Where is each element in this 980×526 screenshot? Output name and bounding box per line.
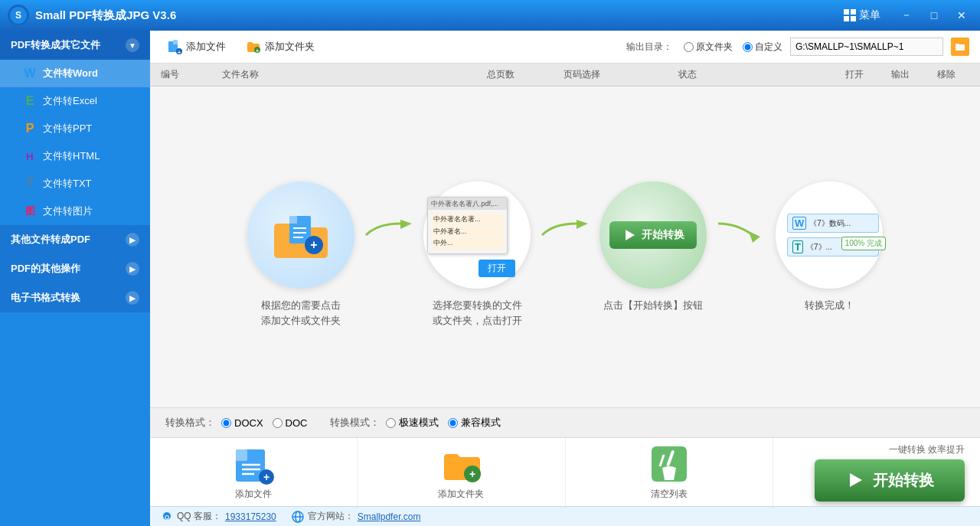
qq-number[interactable]: 1933175230	[225, 511, 276, 522]
sidebar-section-other-to-pdf[interactable]: 其他文件转成PDF ▶	[0, 225, 150, 254]
sidebar-item-ppt-label: 文件转PPT	[43, 122, 92, 136]
step3-label: 点击【开始转换】按钮	[603, 298, 703, 313]
contact-bar: Q QQ 客服： 1933175230 官方网站： Smallpdfer.com	[150, 506, 980, 526]
quick-add-file-button[interactable]: + 添加文件	[150, 438, 358, 506]
sidebar-section-ebook[interactable]: 电子书格式转换 ▶	[0, 283, 150, 312]
radio-compat[interactable]	[448, 418, 458, 428]
quick-add-file-label: 添加文件	[235, 488, 272, 501]
sidebar-item-html-label: 文件转HTML	[43, 149, 100, 163]
start-convert-tutorial-button[interactable]: 开始转换	[609, 221, 697, 249]
add-folder-icon: +	[246, 39, 261, 54]
col-output: 输出	[877, 68, 923, 81]
quick-clear-list-button[interactable]: 清空列表	[566, 438, 773, 506]
main-tutorial-area: + 根据您的需要点击 添加文件或文件夹	[150, 87, 980, 407]
title-bar: S Small PDF转换成JPG V3.6 菜单 － □ ✕	[0, 0, 980, 31]
main-layout: PDF转换成其它文件 ▼ W 文件转Word E 文件转Excel P 文件转P…	[0, 31, 980, 526]
sidebar: PDF转换成其它文件 ▼ W 文件转Word E 文件转Excel P 文件转P…	[0, 31, 150, 526]
col-remove: 移除	[923, 68, 969, 81]
sidebar-item-excel-label: 文件转Excel	[43, 94, 97, 108]
sidebar-item-ppt[interactable]: P 文件转PPT	[0, 115, 150, 142]
svg-rect-10	[289, 216, 297, 224]
format-mode-group: 转换模式： 极速模式 兼容模式	[330, 416, 501, 430]
menu-button[interactable]: 菜单	[844, 8, 880, 22]
website-link[interactable]: Smallpdfer.com	[358, 511, 421, 522]
svg-text:Q: Q	[165, 514, 169, 521]
radio-docx[interactable]	[221, 418, 231, 428]
chevron-right-icon: ▶	[126, 233, 139, 247]
col-page-sel: 页码选择	[564, 68, 678, 81]
col-status: 状态	[678, 68, 831, 81]
step2-label: 选择您要转换的文件 或文件夹，点击打开	[433, 298, 522, 328]
sidebar-section3-label: PDF的其他操作	[11, 262, 80, 276]
sidebar-section-pdf-convert[interactable]: PDF转换成其它文件 ▼	[0, 31, 150, 60]
svg-text:S: S	[15, 10, 21, 21]
radio-original-label[interactable]: 原文件夹	[684, 41, 733, 54]
start-convert-label: 开始转换	[873, 470, 934, 491]
format-label: 转换格式：	[165, 416, 215, 430]
svg-text:+: +	[469, 468, 475, 480]
col-pages: 总页数	[487, 68, 564, 81]
minimize-button[interactable]: －	[896, 6, 917, 25]
svg-rect-21	[236, 449, 247, 461]
format-docx-radio[interactable]: DOCX	[221, 417, 263, 429]
radio-original[interactable]	[684, 42, 694, 52]
radio-custom[interactable]	[743, 42, 753, 52]
sidebar-item-txt[interactable]: T 文件转TXT	[0, 170, 150, 198]
open-dialog-button[interactable]: 打开	[479, 260, 515, 277]
close-button[interactable]: ✕	[951, 6, 972, 25]
step2-circle: 中外著名名著八.pdf,... 中外著名名著... 中外著名... 中外... …	[423, 181, 531, 289]
txt-icon: T	[23, 177, 37, 191]
radio-doc[interactable]	[273, 418, 283, 428]
radio-fast[interactable]	[386, 418, 396, 428]
add-folder-button[interactable]: + 添加文件夹	[240, 37, 321, 57]
mode-fast-radio[interactable]: 极速模式	[386, 416, 439, 430]
mode-compat-radio[interactable]: 兼容模式	[448, 416, 501, 430]
svg-marker-19	[749, 231, 760, 243]
quick-add-folder-icon: +	[440, 443, 482, 485]
browse-folder-button[interactable]	[951, 38, 969, 56]
sidebar-item-excel[interactable]: E 文件转Excel	[0, 87, 150, 115]
app-logo: S	[8, 5, 29, 26]
efficiency-label: 一键转换 效率提升	[889, 443, 965, 456]
tutorial-step-3: 开始转换 点击【开始转换】按钮	[592, 181, 714, 313]
sidebar-item-word-label: 文件转Word	[43, 67, 98, 80]
svg-marker-32	[850, 473, 862, 487]
arrow-3	[714, 181, 768, 250]
ppt-icon: P	[23, 122, 37, 136]
maximize-button[interactable]: □	[923, 6, 945, 25]
tutorial-step-1: + 根据您的需要点击 添加文件或文件夹	[240, 181, 362, 328]
toolbar: + 添加文件 + 添加文件夹 输出目录：	[150, 31, 980, 64]
step3-circle: 开始转换	[599, 181, 707, 289]
table-header: 编号 文件名称 总页数 页码选择 状态 打开 输出 移除	[150, 64, 980, 87]
output-path-input[interactable]	[790, 38, 943, 56]
sidebar-item-word[interactable]: W 文件转Word	[0, 60, 150, 87]
menu-label: 菜单	[859, 8, 880, 22]
svg-marker-18	[626, 230, 635, 240]
website-contact: 官方网站： Smallpdfer.com	[292, 510, 421, 523]
chevron-right-icon3: ▶	[126, 291, 139, 305]
start-convert-button[interactable]: 开始转换	[815, 459, 965, 501]
add-folder-label: 添加文件夹	[265, 40, 315, 54]
sidebar-item-image[interactable]: 图 文件转图片	[0, 198, 150, 225]
qq-label: QQ 客服：	[177, 510, 221, 523]
windows-logo-icon	[844, 9, 856, 21]
step1-label: 根据您的需要点击 添加文件或文件夹	[261, 298, 341, 328]
svg-rect-4	[173, 40, 178, 44]
output-radio-group: 原文件夹 自定义	[684, 41, 782, 54]
website-label: 官方网站：	[308, 510, 354, 523]
svg-text:+: +	[310, 238, 317, 251]
tutorial-step-4: W 《7》数码... T 《7》... 100% 完成	[768, 181, 890, 313]
quick-action-bar: + 添加文件 + 添加文件夹	[150, 437, 980, 506]
sidebar-section-pdf-ops[interactable]: PDF的其他操作 ▶	[0, 254, 150, 283]
radio-custom-label[interactable]: 自定义	[743, 41, 782, 54]
quick-clear-label: 清空列表	[651, 488, 688, 501]
add-file-button[interactable]: + 添加文件	[161, 37, 232, 57]
sidebar-section4-label: 电子书格式转换	[11, 291, 80, 305]
quick-add-folder-button[interactable]: + 添加文件夹	[358, 438, 565, 506]
add-file-icon: +	[167, 39, 182, 54]
format-doc-radio[interactable]: DOC	[273, 417, 308, 429]
format-type-group: 转换格式： DOCX DOC	[165, 416, 307, 430]
svg-marker-17	[577, 220, 588, 229]
tutorial-step-2: 中外著名名著八.pdf,... 中外著名名著... 中外著名... 中外... …	[416, 181, 538, 328]
sidebar-item-html[interactable]: H 文件转HTML	[0, 142, 150, 170]
